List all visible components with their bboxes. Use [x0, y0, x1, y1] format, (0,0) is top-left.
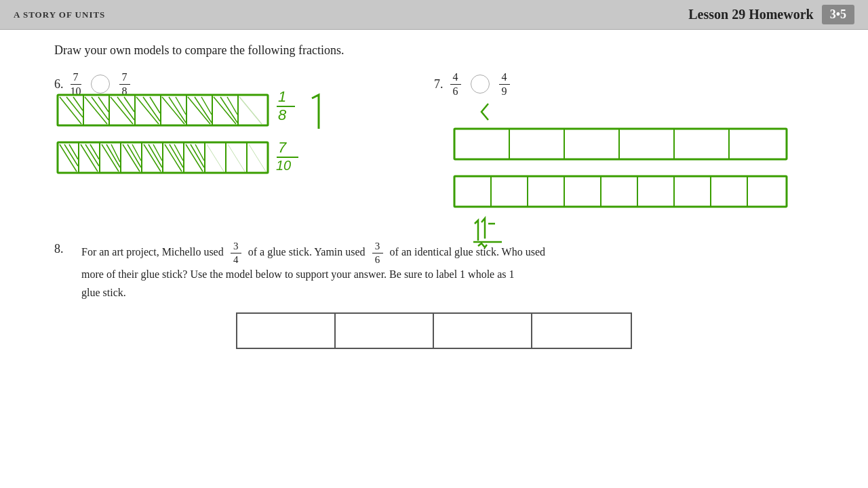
svg-line-64	[207, 144, 224, 171]
svg-line-60	[174, 144, 183, 161]
svg-line-49	[102, 144, 119, 171]
problem-7: 7. 4 6 4 9	[434, 71, 814, 220]
svg-line-23	[188, 97, 210, 124]
svg-line-45	[69, 144, 78, 159]
svg-text:8: 8	[278, 106, 287, 123]
problem-7-drawing	[441, 78, 821, 268]
frac2-num: 7	[119, 71, 130, 85]
model-cell-4	[532, 314, 631, 348]
svg-text:1: 1	[278, 92, 286, 105]
svg-line-10	[73, 97, 83, 110]
svg-rect-76	[454, 176, 787, 207]
problem-6-number: 6.	[54, 77, 64, 92]
svg-line-25	[201, 97, 212, 115]
svg-line-58	[165, 144, 182, 171]
svg-line-16	[124, 97, 134, 112]
model-box-row	[54, 312, 814, 349]
svg-line-13	[98, 97, 108, 112]
svg-line-55	[144, 144, 161, 171]
problem-8-number: 8.	[54, 241, 75, 256]
svg-line-11	[85, 97, 107, 124]
header-right: Lesson 29 Homework 3•5	[688, 5, 854, 24]
svg-line-43	[60, 144, 77, 171]
lesson-title: Lesson 29 Homework	[688, 7, 813, 22]
svg-line-63	[195, 144, 204, 161]
svg-line-19	[150, 97, 160, 113]
frac1-num: 7	[71, 71, 81, 85]
svg-line-52	[123, 144, 140, 171]
svg-line-29	[239, 97, 262, 124]
comparison-circle-6	[91, 75, 110, 94]
model-cell-1	[237, 314, 336, 348]
header: A STORY OF UNITS Lesson 29 Homework 3•5	[0, 0, 868, 30]
svg-line-54	[132, 144, 141, 161]
grade-badge: 3•5	[822, 5, 854, 24]
michello-fraction: 3 4	[231, 241, 241, 265]
yamin-frac-den: 6	[375, 253, 380, 266]
problems-row: 6. 7 10 7 8	[54, 71, 814, 220]
svg-line-20	[162, 97, 184, 124]
model-grid	[236, 312, 632, 349]
svg-line-8	[60, 97, 81, 124]
main-content: Draw your own models to compare the foll…	[0, 30, 868, 363]
model-cell-2	[336, 314, 434, 348]
problem-8-text-mid1: of a glue stick. Yamin used	[248, 246, 368, 258]
problem-6-drawing: 1 8	[54, 92, 393, 214]
svg-line-61	[186, 144, 203, 171]
problem-8-text-line1: For an art project, Michello used	[81, 246, 226, 258]
model-cell-3	[434, 314, 532, 348]
subtitle-label: A STORY OF UNITS	[14, 9, 105, 20]
svg-line-17	[136, 97, 159, 124]
svg-line-14	[111, 97, 133, 124]
svg-line-65	[228, 144, 245, 171]
problem-8-text-line3: glue stick.	[81, 287, 126, 298]
yamin-fraction: 3 6	[372, 241, 383, 265]
instruction-text: Draw your own models to compare the foll…	[54, 43, 814, 58]
problem-6: 6. 7 10 7 8	[54, 71, 434, 220]
michello-frac-den: 4	[233, 253, 239, 266]
svg-line-66	[249, 144, 266, 171]
svg-line-46	[81, 144, 98, 171]
svg-line-48	[90, 144, 99, 159]
svg-text:10: 10	[276, 158, 291, 173]
yamin-frac-num: 3	[372, 241, 383, 253]
problem-8-text-line2: more of their glue stick? Use the model …	[81, 268, 515, 280]
svg-line-22	[176, 97, 186, 115]
svg-text:7: 7	[278, 139, 287, 156]
page: A STORY OF UNITS Lesson 29 Homework 3•5 …	[0, 0, 868, 488]
michello-frac-num: 3	[231, 241, 241, 253]
svg-rect-70	[454, 129, 787, 159]
svg-line-28	[227, 97, 237, 115]
svg-line-26	[214, 97, 236, 124]
svg-line-57	[153, 144, 162, 161]
